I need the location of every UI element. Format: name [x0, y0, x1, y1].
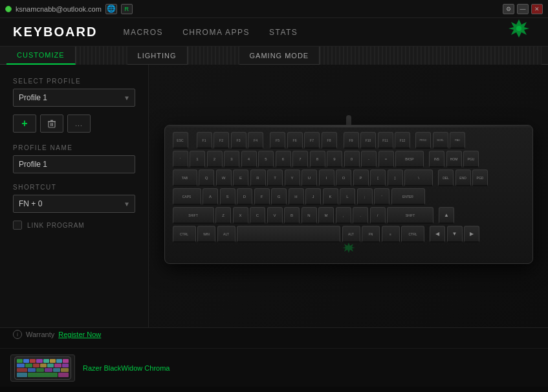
key-2[interactable]: 2: [207, 151, 223, 168]
key-f[interactable]: F: [254, 188, 270, 205]
key-t[interactable]: T: [267, 169, 283, 186]
key-esc[interactable]: ESC: [173, 132, 188, 149]
key-lbracket[interactable]: [: [370, 169, 386, 186]
key-9[interactable]: 9: [327, 151, 342, 168]
key-v[interactable]: V: [267, 207, 283, 224]
key-7[interactable]: 7: [292, 151, 308, 168]
key-space[interactable]: [237, 226, 340, 243]
key-fn[interactable]: FN: [362, 226, 380, 243]
key-g[interactable]: G: [271, 188, 287, 205]
key-f2[interactable]: F2: [214, 132, 229, 149]
key-left[interactable]: ◀: [430, 226, 445, 243]
key-z[interactable]: Z: [215, 207, 231, 224]
key-x[interactable]: X: [233, 207, 248, 224]
key-end[interactable]: END: [455, 169, 471, 186]
minimize-button[interactable]: —: [517, 4, 529, 14]
razer-icon-small[interactable]: R: [121, 4, 133, 14]
key-e[interactable]: E: [233, 169, 248, 186]
key-pgup[interactable]: PGU: [463, 151, 479, 168]
key-equals[interactable]: =: [378, 151, 394, 168]
key-rshift[interactable]: SHIFT: [387, 207, 433, 224]
key-y[interactable]: Y: [285, 169, 300, 186]
subnav-customize[interactable]: CUSTOMIZE: [6, 47, 76, 65]
key-u[interactable]: U: [301, 169, 317, 186]
key-a[interactable]: A: [203, 188, 218, 205]
key-enter[interactable]: ENTER: [391, 188, 425, 205]
key-caps[interactable]: CAPS: [173, 188, 201, 205]
key-f10[interactable]: F10: [360, 132, 376, 149]
key-f3[interactable]: F3: [231, 132, 247, 149]
key-3[interactable]: 3: [224, 151, 239, 168]
globe-icon[interactable]: 🌐: [105, 4, 117, 14]
key-tab[interactable]: TAB: [173, 169, 197, 186]
key-b[interactable]: B: [284, 207, 300, 224]
link-program-checkbox[interactable]: [13, 221, 22, 230]
key-grave[interactable]: `: [173, 151, 188, 168]
key-up[interactable]: ▲: [439, 207, 454, 224]
key-h[interactable]: H: [289, 188, 304, 205]
more-options-button[interactable]: ...: [67, 114, 91, 133]
key-comma[interactable]: ,: [336, 207, 351, 224]
nav-stats[interactable]: STATS: [269, 28, 298, 37]
key-1[interactable]: 1: [190, 151, 205, 168]
key-quote[interactable]: ': [374, 188, 389, 205]
key-m[interactable]: M: [318, 207, 334, 224]
key-rctrl[interactable]: CTRL: [401, 226, 424, 243]
key-f11[interactable]: F11: [378, 132, 393, 149]
key-pause[interactable]: PAU: [450, 132, 465, 149]
key-semi[interactable]: ;: [357, 188, 373, 205]
key-c[interactable]: C: [250, 207, 265, 224]
key-f4[interactable]: F4: [248, 132, 263, 149]
key-p[interactable]: P: [353, 169, 369, 186]
key-ralt[interactable]: ALT: [342, 226, 360, 243]
key-right[interactable]: ▶: [464, 226, 479, 243]
key-q[interactable]: Q: [199, 169, 214, 186]
key-del[interactable]: DEL: [438, 169, 454, 186]
key-f9[interactable]: F9: [344, 132, 359, 149]
key-slash[interactable]: /: [370, 207, 386, 224]
key-down[interactable]: ▼: [447, 226, 463, 243]
key-backslash[interactable]: \: [404, 169, 433, 186]
key-j[interactable]: J: [305, 188, 321, 205]
shortcut-select[interactable]: FN + 0 FN + 1 FN + 2: [13, 195, 135, 213]
key-lshift[interactable]: SHIFT: [173, 207, 214, 224]
key-o[interactable]: O: [336, 169, 351, 186]
key-f12[interactable]: F12: [395, 132, 410, 149]
key-n[interactable]: N: [301, 207, 317, 224]
key-lwin[interactable]: WIN: [197, 226, 215, 243]
profile-select[interactable]: Profile 1 Profile 2 Profile 3: [13, 89, 135, 107]
key-8[interactable]: 8: [310, 151, 325, 168]
key-4[interactable]: 4: [241, 151, 257, 168]
key-home[interactable]: HOM: [446, 151, 462, 168]
key-pgdn[interactable]: PGD: [472, 169, 488, 186]
subnav-lighting[interactable]: LIGHTING: [127, 47, 188, 65]
key-w[interactable]: W: [216, 169, 232, 186]
key-0[interactable]: 0: [344, 151, 360, 168]
key-f6[interactable]: F6: [287, 132, 303, 149]
key-f5[interactable]: F5: [270, 132, 285, 149]
key-menu[interactable]: ≡: [382, 226, 400, 243]
key-minus[interactable]: -: [361, 151, 377, 168]
key-f8[interactable]: F8: [322, 132, 337, 149]
key-f7[interactable]: F7: [304, 132, 320, 149]
settings-button[interactable]: ⚙: [503, 4, 514, 14]
key-rbracket[interactable]: ]: [388, 169, 403, 186]
key-f1[interactable]: F1: [197, 132, 212, 149]
key-l[interactable]: L: [340, 188, 355, 205]
key-period[interactable]: .: [353, 207, 368, 224]
key-6[interactable]: 6: [276, 151, 291, 168]
add-profile-button[interactable]: +: [13, 114, 36, 133]
key-s[interactable]: S: [220, 188, 236, 205]
nav-chroma[interactable]: CHROMA APPS: [182, 28, 250, 37]
key-prtsc[interactable]: PRSC: [415, 132, 431, 149]
key-k[interactable]: K: [323, 188, 338, 205]
nav-macros[interactable]: MACROS: [123, 28, 163, 37]
profile-name-input[interactable]: [13, 155, 135, 173]
delete-profile-button[interactable]: [40, 114, 63, 133]
key-lctrl[interactable]: CTRL: [173, 226, 196, 243]
key-i[interactable]: I: [319, 169, 334, 186]
device-thumbnail[interactable]: [10, 354, 75, 382]
key-5[interactable]: 5: [258, 151, 274, 168]
subnav-gaming[interactable]: GAMING MODE: [239, 47, 320, 65]
key-r[interactable]: R: [250, 169, 266, 186]
